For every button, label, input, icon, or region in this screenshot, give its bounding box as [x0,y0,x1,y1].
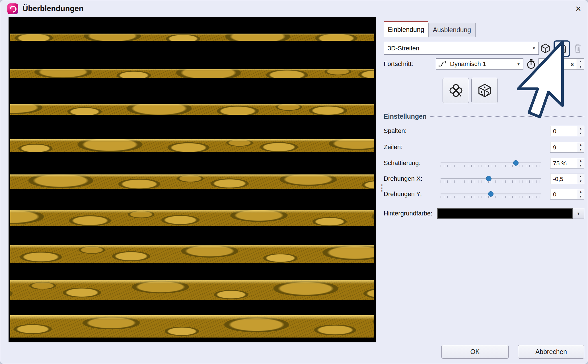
spinbox-value: 9 [553,142,556,152]
background-color-label: Hintergrundfarbe: [384,208,432,219]
tab-fade-out[interactable]: Ausblendung [428,23,476,37]
preview-stripe [10,139,374,152]
slider-ticks [441,165,541,167]
transition-library-button[interactable] [539,42,551,54]
rows-label: Zeilen: [384,141,402,153]
preview-stripe [10,104,374,115]
settings-row-columns: Spalten: 0 ▲ ▼ [384,125,584,137]
slider-handle[interactable] [486,176,492,181]
settings-header-label: Einstellungen [384,113,427,120]
trash-icon [573,43,583,54]
settings-row-rows: Zeilen: 9 ▲ ▼ [384,141,584,153]
shading-label: Schattierung: [384,157,421,169]
rows-spinbox[interactable]: 9 ▲ ▼ [550,142,584,153]
spinner-buttons: ▲ ▼ [577,158,584,168]
lucky-clover-button[interactable] [443,78,469,103]
save-button[interactable] [554,40,570,57]
dice-icon [477,83,492,98]
spin-up-button[interactable]: ▲ [577,142,584,147]
delete-button[interactable] [572,42,584,54]
duration-unit: s [571,59,574,69]
preview-stripe [10,245,374,263]
progress-curve-value: Dynamisch 1 [446,60,514,68]
spinner-buttons: ▲ ▼ [577,126,584,136]
settings-header-divider [430,116,584,117]
shading-slider[interactable] [441,157,541,169]
shading-spinbox[interactable]: 75 % ▲ ▼ [550,158,584,168]
preview-stripe [10,315,374,338]
spin-up-button[interactable]: ▲ [577,189,584,194]
chevron-down-icon: ▼ [514,62,523,66]
curve-icon [439,61,446,67]
cube-icon [540,43,551,54]
spin-up-button[interactable]: ▲ [577,59,584,64]
chevron-down-icon: ▼ [529,46,538,50]
preview-stripe [10,34,374,41]
settings-section-header: Einstellungen [384,112,584,120]
tab-fade-in[interactable]: Einblendung [384,21,428,37]
progress-label: Fortschritt: [384,58,413,70]
save-icon [557,44,567,54]
window-title: Überblendungen [22,4,84,13]
slider-track [441,163,541,163]
spinner-buttons: ▲ ▼ [577,59,584,69]
rotations-x-label: Drehungen X: [384,173,422,184]
rotations-y-spinbox[interactable]: 0 ▲ ▼ [550,189,584,200]
spinbox-value: 75 % [553,158,567,168]
preview-stripe [10,69,374,78]
close-icon: ✕ [575,5,581,13]
columns-spinbox[interactable]: 0 ▲ ▼ [550,126,584,136]
cancel-button[interactable]: Abbrechen [518,345,584,359]
app-logo-icon [7,3,18,14]
spinbox-value: 0 [553,189,556,199]
random-dice-button[interactable] [471,78,498,103]
spin-down-button[interactable]: ▼ [577,179,584,184]
preview-stripe [10,280,374,300]
spinner-buttons: ▲ ▼ [577,189,584,199]
clover-icon [448,83,464,98]
transition-preview [9,17,376,342]
transition-select-value: 3D-Streifen [384,45,529,52]
spinbox-value: -0,5 [553,174,563,184]
cancel-button-label: Abbrechen [535,348,567,356]
slider-handle[interactable] [488,191,494,197]
transitions-dialog: Überblendungen ✕ ⋮ Einblendung Ausblendu… [0,0,588,364]
transition-select[interactable]: 3D-Streifen ▼ [384,42,539,55]
title-bar: Überblendungen ✕ [0,0,588,17]
preview-stripe [10,174,374,189]
spinner-buttons: ▲ ▼ [577,174,584,184]
spin-down-button[interactable]: ▼ [577,64,584,69]
settings-row-rotations-x: Drehungen X: -0,5 ▲ ▼ [384,173,584,184]
background-color-picker: ▼ [437,208,584,219]
duration-spinbox[interactable]: 1,5 s ▲ ▼ [538,58,584,70]
spin-up-button[interactable]: ▲ [577,126,584,131]
spinbox-value: 0 [553,126,556,136]
slider-handle[interactable] [513,160,519,166]
preview-stripe [10,210,374,226]
chevron-down-icon: ▼ [577,211,580,216]
rotations-y-slider[interactable] [441,188,541,200]
stopwatch-icon [526,59,536,69]
progress-curve-select[interactable]: Dynamisch 1 ▼ [436,58,523,70]
tab-fade-out-label: Ausblendung [433,26,471,34]
background-color-dropdown-button[interactable]: ▼ [573,208,584,219]
spin-down-button[interactable]: ▼ [577,194,584,200]
settings-row-shading: Schattierung: 75 % ▲ ▼ [384,157,584,169]
ok-button[interactable]: OK [441,345,509,359]
background-color-swatch[interactable] [437,208,573,219]
splitter-handle[interactable]: ⋮ [378,185,383,203]
rotations-x-slider[interactable] [441,173,541,184]
tab-fade-in-label: Einblendung [388,26,424,34]
spin-up-button[interactable]: ▲ [577,158,584,163]
spin-up-button[interactable]: ▲ [577,174,584,179]
rotations-x-spinbox[interactable]: -0,5 ▲ ▼ [550,174,584,184]
spin-down-button[interactable]: ▼ [577,131,584,136]
columns-label: Spalten: [384,125,407,137]
ok-button-label: OK [470,348,480,356]
rotations-y-label: Drehungen Y: [384,188,422,200]
slider-ticks [441,180,541,183]
spin-down-button[interactable]: ▼ [577,163,584,168]
close-button[interactable]: ✕ [572,3,585,15]
spin-down-button[interactable]: ▼ [577,147,584,153]
settings-row-rotations-y: Drehungen Y: 0 ▲ ▼ [384,188,584,200]
